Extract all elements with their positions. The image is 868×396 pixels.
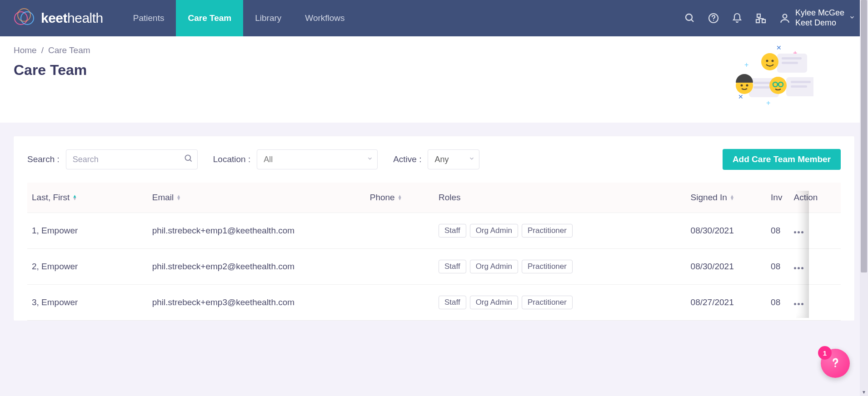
svg-point-17: [761, 53, 778, 70]
svg-point-6: [713, 20, 714, 21]
row-actions-menu[interactable]: [794, 267, 803, 269]
table-row[interactable]: 3, Empowerphil.strebeck+emp3@keethealth.…: [27, 285, 841, 321]
nav-library[interactable]: Library: [243, 0, 293, 36]
svg-line-4: [691, 20, 693, 22]
chevron-down-icon: [469, 155, 475, 163]
role-pill: Org Admin: [470, 260, 518, 273]
role-pill: Staff: [439, 260, 466, 273]
cell-phone: [365, 285, 434, 321]
table-row[interactable]: 2, Empowerphil.strebeck+emp2@keethealth.…: [27, 249, 841, 285]
scrollbar[interactable]: ▼: [860, 0, 868, 396]
help-icon[interactable]: [708, 13, 719, 24]
svg-text:+: +: [766, 99, 770, 107]
svg-text:+: +: [744, 61, 748, 69]
avatar-icon: [779, 12, 791, 24]
cell-name: 1, Empower: [27, 213, 148, 249]
user-org: Keet Demo: [795, 18, 844, 28]
cell-name: 2, Empower: [27, 249, 148, 285]
brand-logo[interactable]: keethealth: [14, 8, 103, 29]
cell-email: phil.strebeck+emp3@keethealth.com: [148, 285, 365, 321]
cell-roles: StaffOrg AdminPractitioner: [434, 285, 686, 321]
sort-icon: ▲▼: [398, 195, 402, 200]
user-text: Kylee McGee Keet Demo: [795, 8, 844, 28]
search-icon[interactable]: [684, 13, 695, 24]
role-pill: Staff: [439, 224, 466, 238]
svg-point-29: [769, 77, 787, 94]
header-illustration: ✕ + + + ✕: [723, 42, 813, 116]
cell-action: [789, 285, 841, 321]
cell-email: phil.strebeck+emp2@keethealth.com: [148, 249, 365, 285]
cell-phone: [365, 213, 434, 249]
col-name[interactable]: Last, First ▲▼: [27, 183, 148, 213]
svg-point-18: [766, 60, 768, 62]
search-input-wrap: [66, 149, 198, 169]
svg-point-2: [18, 9, 30, 21]
cell-action: [789, 249, 841, 285]
nav-care-team[interactable]: Care Team: [176, 0, 243, 36]
sort-icon: ▲▼: [730, 195, 734, 200]
svg-point-10: [783, 14, 787, 18]
logo-mark-icon: [14, 8, 35, 29]
col-roles: Roles: [434, 183, 686, 213]
org-icon[interactable]: [755, 13, 766, 24]
location-select-input[interactable]: [257, 149, 378, 169]
help-badge: 1: [818, 346, 832, 360]
bell-icon[interactable]: [732, 13, 743, 24]
svg-point-27: [741, 84, 743, 87]
col-signed-in[interactable]: Signed In ▲▼: [686, 183, 766, 213]
filter-bar: Search : Location : Active : Add Care Te…: [14, 136, 854, 183]
top-navbar: keethealth Patients Care Team Library Wo…: [0, 0, 868, 36]
svg-text:✕: ✕: [738, 93, 743, 100]
svg-point-35: [185, 155, 190, 161]
search-input-icon[interactable]: [184, 154, 193, 165]
search-input[interactable]: [66, 149, 198, 169]
col-email[interactable]: Email ▲▼: [148, 183, 365, 213]
svg-line-36: [190, 160, 191, 162]
cell-invited: 08: [766, 285, 789, 321]
svg-rect-9: [762, 20, 765, 23]
sort-icon: ▲▼: [72, 195, 77, 200]
scrollbar-thumb[interactable]: [861, 0, 867, 272]
svg-rect-16: [782, 62, 798, 64]
cell-phone: [365, 249, 434, 285]
breadcrumb-home[interactable]: Home: [14, 45, 37, 55]
cell-roles: StaffOrg AdminPractitioner: [434, 213, 686, 249]
role-pill: Org Admin: [470, 224, 518, 238]
cell-invited: 08: [766, 249, 789, 285]
svg-text:✕: ✕: [776, 44, 782, 51]
table-row[interactable]: 1, Empowerphil.strebeck+emp1@keethealth.…: [27, 213, 841, 249]
active-select[interactable]: [428, 149, 479, 169]
sort-icon: ▲▼: [176, 195, 181, 200]
svg-point-28: [746, 84, 748, 87]
user-menu[interactable]: Kylee McGee Keet Demo: [779, 8, 855, 28]
search-label: Search :: [27, 154, 60, 164]
role-pill: Practitioner: [522, 224, 573, 238]
breadcrumb-current: Care Team: [48, 45, 90, 55]
role-pill: Practitioner: [522, 296, 573, 309]
col-phone[interactable]: Phone ▲▼: [365, 183, 434, 213]
cell-email: phil.strebeck+emp1@keethealth.com: [148, 213, 365, 249]
add-care-team-button[interactable]: Add Care Team Member: [723, 149, 841, 170]
cell-roles: StaffOrg AdminPractitioner: [434, 249, 686, 285]
main-nav: Patients Care Team Library Workflows: [121, 0, 357, 36]
location-label: Location :: [213, 154, 250, 164]
svg-point-3: [686, 14, 692, 20]
svg-rect-7: [757, 14, 760, 17]
svg-rect-15: [782, 57, 802, 59]
cell-name: 3, Empower: [27, 285, 148, 321]
cell-signed-in: 08/30/2021: [686, 249, 766, 285]
chevron-down-icon: [849, 14, 855, 22]
question-icon: [828, 356, 843, 371]
svg-rect-22: [791, 85, 807, 88]
chevron-down-icon: [367, 155, 373, 163]
col-invited: Inv: [766, 183, 789, 213]
location-select[interactable]: [257, 149, 378, 169]
cell-invited: 08: [766, 213, 789, 249]
help-bubble[interactable]: 1: [821, 349, 850, 378]
row-actions-menu[interactable]: [794, 303, 803, 305]
row-actions-menu[interactable]: [794, 231, 803, 233]
nav-workflows[interactable]: Workflows: [293, 0, 356, 36]
scrollbar-down-arrow[interactable]: ▼: [860, 388, 868, 396]
nav-patients[interactable]: Patients: [121, 0, 176, 36]
breadcrumb-sep: /: [41, 45, 44, 55]
